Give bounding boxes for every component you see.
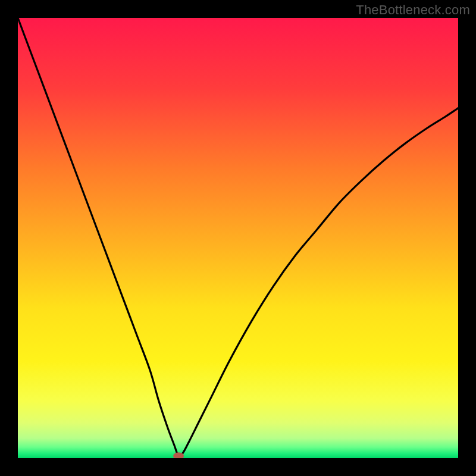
- plot-area: [18, 18, 458, 458]
- watermark-text: TheBottleneck.com: [356, 2, 470, 18]
- gradient-background: [18, 18, 458, 458]
- bottleneck-curve-chart: [18, 18, 458, 458]
- chart-frame: TheBottleneck.com: [0, 0, 476, 476]
